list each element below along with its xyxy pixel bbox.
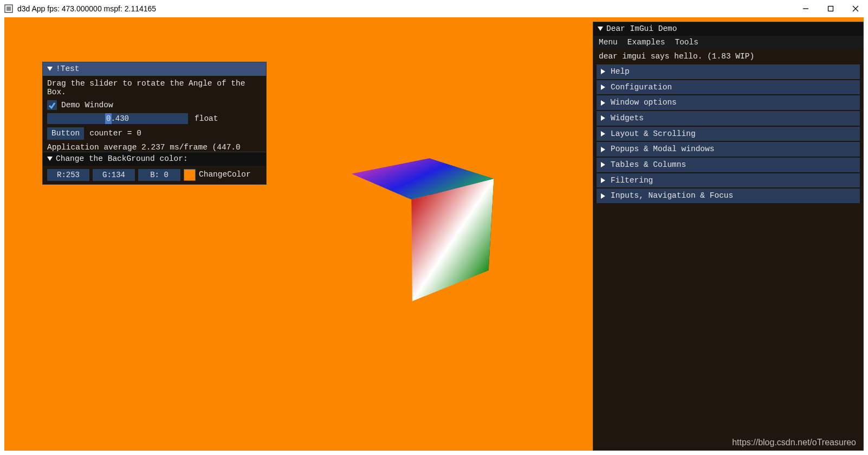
collapse-icon[interactable] xyxy=(47,157,53,161)
close-button[interactable] xyxy=(843,0,868,17)
demo-section[interactable]: Filtering xyxy=(597,173,860,188)
test-panel[interactable]: !Test Drag the slider to rotate the Angl… xyxy=(42,62,267,165)
demo-section[interactable]: Widgets xyxy=(597,111,860,126)
maximize-icon xyxy=(827,5,834,12)
demo-section-label: Layout & Scrolling xyxy=(611,129,696,139)
check-icon xyxy=(48,101,56,109)
app-icon xyxy=(4,4,13,13)
color-panel-title: Change the BackGround color: xyxy=(56,154,188,164)
demo-section[interactable]: Window options xyxy=(597,95,860,110)
color-label: ChangeColor xyxy=(199,170,251,179)
demo-section-label: Popups & Modal windows xyxy=(611,145,714,154)
demo-section[interactable]: Popups & Modal windows xyxy=(597,142,860,157)
chevron-right-icon xyxy=(601,115,605,121)
color-g-drag[interactable]: G:134 xyxy=(93,169,135,181)
counter-text: counter = 0 xyxy=(89,129,141,138)
demo-title: Dear ImGui Demo xyxy=(606,24,677,34)
demo-menubar: Menu Examples Tools xyxy=(593,36,863,49)
demo-section[interactable]: Layout & Scrolling xyxy=(597,127,860,141)
demo-section-label: Filtering xyxy=(611,176,653,185)
color-r-drag[interactable]: R:253 xyxy=(47,169,89,181)
demo-section-label: Widgets xyxy=(611,114,644,123)
demo-window-label: Demo Window xyxy=(61,101,113,110)
collapse-icon[interactable] xyxy=(47,67,53,71)
minimize-button[interactable] xyxy=(793,0,818,17)
button[interactable]: Button xyxy=(47,127,84,140)
demo-section-label: Configuration xyxy=(611,83,672,92)
menu-tools[interactable]: Tools xyxy=(675,38,698,47)
window-controls xyxy=(793,0,868,17)
maximize-button[interactable] xyxy=(818,0,843,17)
demo-hello-text: dear imgui says hello. (1.83 WIP) xyxy=(593,49,863,64)
color-swatch[interactable] xyxy=(184,169,196,181)
demo-section[interactable]: Tables & Columns xyxy=(597,158,860,172)
chevron-right-icon xyxy=(601,162,605,167)
chevron-right-icon xyxy=(601,100,605,106)
chevron-right-icon xyxy=(601,147,605,152)
test-panel-title: !Test xyxy=(56,64,80,74)
demo-window-checkbox[interactable]: Demo Window xyxy=(47,100,262,110)
close-icon xyxy=(852,5,859,12)
box-3d xyxy=(351,153,492,294)
demo-window[interactable]: Dear ImGui Demo Menu Examples Tools dear… xyxy=(593,22,864,451)
window-titlebar: d3d App fps: 473.000000 mspf: 2.114165 xyxy=(0,0,868,17)
chevron-right-icon xyxy=(601,131,605,136)
menu-menu[interactable]: Menu xyxy=(599,38,618,47)
demo-section-list: HelpConfigurationWindow optionsWidgetsLa… xyxy=(593,64,863,206)
svg-rect-1 xyxy=(828,6,833,11)
color-b-drag[interactable]: B: 0 xyxy=(138,169,180,181)
test-panel-titlebar[interactable]: !Test xyxy=(43,62,266,76)
demo-section[interactable]: Help xyxy=(597,64,860,79)
demo-section-label: Window options xyxy=(611,98,677,107)
chevron-right-icon xyxy=(601,193,605,199)
demo-section-label: Inputs, Navigation & Focus xyxy=(611,191,733,200)
collapse-icon[interactable] xyxy=(598,27,603,31)
watermark-text: https://blog.csdn.net/oTreasureo xyxy=(732,438,856,447)
demo-section-label: Tables & Columns xyxy=(611,160,686,170)
slider-label: float xyxy=(195,114,218,123)
chevron-right-icon xyxy=(601,178,605,183)
window-title: d3d App fps: 473.000000 mspf: 2.114165 xyxy=(17,4,156,13)
instruction-text: Drag the slider to rotate the Angle of t… xyxy=(47,79,262,97)
viewport: !Test Drag the slider to rotate the Angl… xyxy=(4,17,864,451)
demo-section[interactable]: Configuration xyxy=(597,80,860,95)
chevron-right-icon xyxy=(601,69,605,74)
demo-section[interactable]: Inputs, Navigation & Focus xyxy=(597,188,860,203)
chevron-right-icon xyxy=(601,84,605,90)
minimize-icon xyxy=(802,5,809,12)
demo-titlebar[interactable]: Dear ImGui Demo xyxy=(593,22,863,36)
checkbox-box xyxy=(47,100,57,110)
demo-section-label: Help xyxy=(611,67,630,76)
color-panel-titlebar[interactable]: Change the BackGround color: xyxy=(43,152,266,166)
float-slider[interactable]: 0.430 xyxy=(47,113,188,124)
menu-examples[interactable]: Examples xyxy=(627,38,665,47)
color-panel[interactable]: Change the BackGround color: R:253 G:134… xyxy=(42,152,267,185)
slider-value-text: 0.430 xyxy=(47,114,188,123)
